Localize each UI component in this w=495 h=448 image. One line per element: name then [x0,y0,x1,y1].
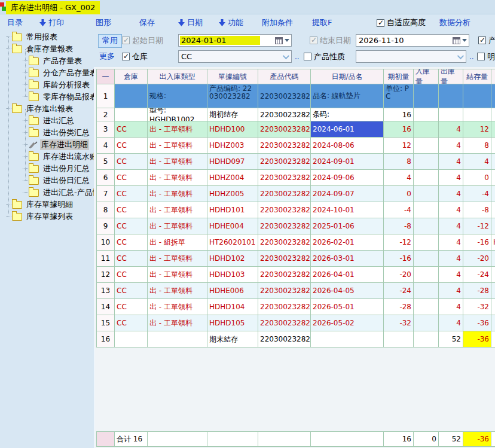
grid-cell[interactable]: 出 - 工單領料 [148,121,207,138]
group-header-cell[interactable] [115,84,148,108]
toolbar-date-button[interactable]: 日期 [178,17,203,29]
grid-cell[interactable]: -12 [463,218,491,234]
grid-cell[interactable]: 22030023282 [258,283,311,299]
grid-cell[interactable]: -8 [384,218,414,234]
grid-cell[interactable] [491,283,495,299]
grid-cell[interactable]: -20 [463,251,491,267]
grid-header-cell[interactable]: 結存量 [463,69,491,84]
grid-cell[interactable]: 出 - 工單領料 [148,138,207,154]
grid-cell[interactable]: 0 [384,186,414,202]
grid-cell[interactable]: 2024-10-01 [311,202,384,218]
grid-cell[interactable]: -4 [384,202,414,218]
grid-cell[interactable]: 22030023282 [258,186,311,202]
grid-cell[interactable]: HT26020101 [207,234,258,251]
grid-cell[interactable] [414,283,439,299]
grid-cell[interactable]: HDHD100 [207,121,258,138]
toolbar-extract-button[interactable]: 提取F [312,17,332,29]
common-filter-button[interactable]: 常用 [98,34,122,48]
grid-cell[interactable]: -8 [463,202,491,218]
grid-cell[interactable]: 16 [384,121,414,138]
grid-cell[interactable]: HDHZ004 [207,170,258,186]
grid-cell[interactable]: 出 - 工單領料 [148,251,207,267]
grid-cell[interactable]: 2026-05-01 [311,299,384,315]
sidebar-item-selected[interactable]: 库存进出明细 [0,139,94,151]
grid-cell[interactable]: 2024-09-06 [311,170,384,186]
start-date-checkbox[interactable] [122,36,130,44]
grid-cell[interactable] [491,186,495,202]
sidebar-item[interactable]: 库存單據明細 [0,199,94,211]
row-number-cell[interactable]: 9 [97,218,115,234]
toolbar-graph-button[interactable]: 图形 [96,17,111,29]
grid-cell[interactable]: 22030023282 [258,331,311,348]
grid-cell[interactable]: 4 [439,299,463,315]
grid-cell[interactable]: H [491,234,495,251]
grid-cell[interactable]: 22030023282 [258,267,311,283]
grid-cell[interactable]: 16 [384,108,414,121]
warehouse-dropdown[interactable]: CC [178,50,292,63]
row-number-cell[interactable]: 16 [97,331,115,348]
grid-cell[interactable]: CC [115,315,148,331]
grid-cell[interactable]: 4 [439,202,463,218]
grid-cell[interactable]: CC [115,186,148,202]
sidebar-item[interactable]: 进出份类汇总 [0,127,94,139]
grid-header-cell[interactable] [491,69,495,84]
grid-cell[interactable] [463,108,491,121]
group-header-cell[interactable]: 规格: [148,84,207,108]
grid-cell[interactable]: -36 [463,315,491,331]
grid-cell[interactable]: 4 [384,170,414,186]
start-date-input[interactable]: 2024-01-01 [178,34,292,47]
grid-cell[interactable]: -16 [384,251,414,267]
group-header-cell[interactable] [414,84,439,108]
grid-cell[interactable]: 22030023282 [258,138,311,154]
grid-cell[interactable]: 52 [439,331,463,348]
grid-cell[interactable]: 出 - 工單領料 [148,186,207,202]
row-number-cell[interactable]: 11 [97,251,115,267]
sidebar-item[interactable]: 常用报表 [0,31,94,43]
grid-header-corner[interactable]: 一 [97,69,115,84]
grid-cell[interactable]: 2026-03-01 [311,251,384,267]
grid-cell[interactable]: -12 [384,234,414,251]
grid-cell[interactable]: CC [115,121,148,138]
grid-cell[interactable]: CC [115,283,148,299]
row-number-cell[interactable]: 13 [97,283,115,299]
grid-cell[interactable]: 22030023282 [258,154,311,170]
end-date-checkbox[interactable] [310,36,317,44]
grid-cell[interactable]: 4 [439,154,463,170]
grid-cell[interactable]: -32 [384,315,414,331]
grid-cell[interactable] [311,331,384,348]
grid-cell[interactable]: 4 [439,121,463,138]
grid-cell[interactable] [414,299,439,315]
grid-cell[interactable]: 出 - 工單領料 [148,154,207,170]
row-number-cell[interactable]: 14 [97,299,115,315]
grid-cell[interactable] [414,170,439,186]
grid-cell[interactable]: 22030023282 [258,234,311,251]
grid-cell[interactable]: HDHE004 [207,218,258,234]
grid-cell[interactable]: 期初结存 [207,108,258,121]
grid-cell[interactable] [414,186,439,202]
grid-cell[interactable]: 22030023282 [258,202,311,218]
sidebar-item[interactable]: 进出汇总 [0,115,94,127]
grid-cell[interactable]: 22030023282 [258,121,311,138]
grid-cell[interactable]: CC [115,170,148,186]
edge-bottom-checkbox[interactable] [477,53,485,60]
grid-cell[interactable]: -24 [384,283,414,299]
grid-cell[interactable]: 22030023282 [258,251,311,267]
grid-cell[interactable] [414,315,439,331]
grid-cell[interactable] [384,331,414,348]
grid-cell[interactable]: 条码: [311,108,384,121]
sidebar-item[interactable]: 零库存物品报表 [0,91,94,103]
grid-cell[interactable] [414,138,439,154]
grid-cell[interactable] [491,331,495,348]
grid-cell[interactable] [491,267,495,283]
grid-cell[interactable]: 2026-02-01 [311,234,384,251]
toolbar-print-button[interactable]: 打印 [39,17,64,29]
row-number-cell[interactable]: 3 [97,121,115,138]
row-number-cell[interactable]: 8 [97,202,115,218]
grid-cell[interactable]: 出 - 工單領料 [148,218,207,234]
grid-cell[interactable]: 0 [463,170,491,186]
grid-cell[interactable]: 出 - 工單領料 [148,299,207,315]
grid-cell[interactable] [491,108,495,121]
row-number-cell[interactable]: 12 [97,267,115,283]
grid-cell[interactable]: CC [115,299,148,315]
grid-cell[interactable]: 型号: HGHDB1002 [148,108,207,121]
